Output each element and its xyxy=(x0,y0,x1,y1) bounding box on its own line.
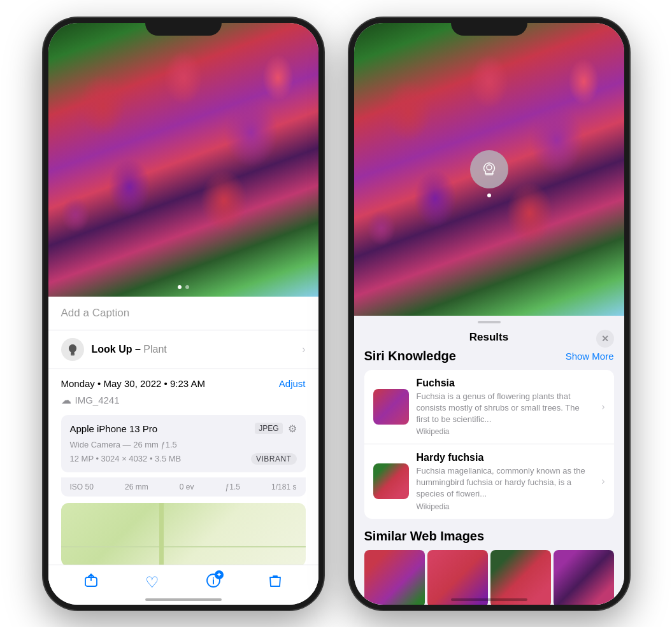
delete-button[interactable] xyxy=(268,574,282,591)
hardy-fuchsia-chevron-icon: › xyxy=(601,476,604,487)
knowledge-item-hardy-fuchsia[interactable]: Hardy fuchsia Fuchsia magellanica, commo… xyxy=(364,444,614,519)
right-phone-screen: Results ✕ Siri Knowledge Show More Fu xyxy=(354,23,624,605)
left-phone-screen: Add a Caption Look Up – Plant › Mon xyxy=(48,23,318,605)
dot-1 xyxy=(178,285,182,289)
right-phone-notch xyxy=(451,18,527,36)
right-phone: Results ✕ Siri Knowledge Show More Fu xyxy=(349,18,629,610)
visual-lookup-button[interactable] xyxy=(470,150,508,188)
date-row: Monday • May 30, 2022 • 9:23 AM Adjust xyxy=(48,369,318,391)
camera-settings-icon[interactable]: ⚙ xyxy=(288,423,297,435)
results-content: Siri Knowledge Show More Fuchsia Fuchsia… xyxy=(354,349,624,605)
results-panel: Results ✕ Siri Knowledge Show More Fu xyxy=(354,316,624,605)
siri-knowledge-header: Siri Knowledge Show More xyxy=(364,349,614,363)
caption-area[interactable]: Add a Caption xyxy=(48,297,318,330)
share-button[interactable] xyxy=(84,574,98,591)
flower-photo-right[interactable] xyxy=(354,23,624,316)
exif-row: ISO 50 26 mm 0 ev ƒ1.5 1/181 s xyxy=(61,477,306,497)
filename-row: ☁ IMG_4241 xyxy=(48,391,318,415)
device-badges: JPEG ⚙ xyxy=(255,423,296,435)
bottom-toolbar: ♡ ✦ xyxy=(48,565,318,592)
knowledge-item-fuchsia[interactable]: Fuchsia Fuchsia is a genus of flowering … xyxy=(364,370,614,445)
svg-point-2 xyxy=(213,577,214,579)
vibrant-badge: VIBRANT xyxy=(251,453,297,465)
similar-image-2[interactable] xyxy=(427,550,488,605)
siri-knowledge-title: Siri Knowledge xyxy=(364,349,456,363)
hardy-fuchsia-text: Hardy fuchsia Fuchsia magellanica, commo… xyxy=(417,452,594,511)
favorite-button[interactable]: ♡ xyxy=(145,574,159,591)
fuchsia-name: Fuchsia xyxy=(417,377,594,389)
camera-details: Wide Camera — 26 mm ƒ1.5 xyxy=(70,440,297,449)
exif-shutter: 1/181 s xyxy=(271,483,296,491)
fuchsia-description: Fuchsia is a genus of flowering plants t… xyxy=(417,391,594,426)
similar-image-4[interactable] xyxy=(554,550,614,605)
date-text: Monday • May 30, 2022 • 9:23 AM xyxy=(61,378,205,389)
similar-image-3[interactable] xyxy=(490,550,551,605)
adjust-button[interactable]: Adjust xyxy=(279,378,306,389)
similar-images-title: Similar Web Images xyxy=(364,529,614,544)
knowledge-card: Fuchsia Fuchsia is a genus of flowering … xyxy=(364,370,614,519)
lookup-chevron-icon: › xyxy=(302,344,305,355)
filename-text: IMG_4241 xyxy=(75,395,120,405)
photo-info-area: Add a Caption Look Up – Plant › Mon xyxy=(48,297,318,605)
visual-lookup-dot xyxy=(487,194,491,197)
caption-placeholder[interactable]: Add a Caption xyxy=(61,307,130,319)
close-button[interactable]: ✕ xyxy=(596,330,614,348)
hardy-fuchsia-thumbnail xyxy=(373,463,409,499)
results-title: Results xyxy=(469,331,508,344)
cloud-icon: ☁ xyxy=(61,394,71,406)
device-info-card: Apple iPhone 13 Pro JPEG ⚙ Wide Camera —… xyxy=(61,415,306,472)
left-phone: Add a Caption Look Up – Plant › Mon xyxy=(43,18,324,610)
photo-page-indicator xyxy=(178,285,189,289)
fuchsia-chevron-icon: › xyxy=(601,401,604,412)
exif-aperture: ƒ1.5 xyxy=(225,483,240,491)
hardy-fuchsia-description: Fuchsia magellanica, commonly known as t… xyxy=(417,465,594,500)
lookup-label: Look Up – Plant xyxy=(92,344,167,355)
jpeg-badge: JPEG xyxy=(255,423,282,434)
hardy-fuchsia-name: Hardy fuchsia xyxy=(417,452,594,463)
info-badge: ✦ xyxy=(215,570,224,579)
lookup-icon xyxy=(61,338,84,361)
flower-photo-left[interactable] xyxy=(48,23,318,297)
svg-point-3 xyxy=(487,165,492,170)
fuchsia-thumbnail xyxy=(373,389,409,425)
similar-images-section: Similar Web Images xyxy=(364,529,614,605)
right-home-indicator xyxy=(451,598,527,601)
mp-text: 12 MP • 3024 × 4032 • 3.5 MB xyxy=(70,454,182,463)
similar-image-1[interactable] xyxy=(364,550,425,605)
info-button[interactable]: ✦ xyxy=(206,573,221,592)
results-header: Results ✕ xyxy=(354,323,624,349)
exif-iso: ISO 50 xyxy=(70,483,94,491)
exif-ev: 0 ev xyxy=(180,483,194,491)
similar-images-grid xyxy=(364,550,614,605)
dot-2 xyxy=(185,285,189,289)
device-name: Apple iPhone 13 Pro xyxy=(70,423,158,434)
home-indicator xyxy=(145,598,222,601)
show-more-button[interactable]: Show More xyxy=(566,351,614,362)
phone-notch xyxy=(145,18,222,36)
fuchsia-text: Fuchsia Fuchsia is a genus of flowering … xyxy=(417,377,594,437)
hardy-fuchsia-source: Wikipedia xyxy=(417,502,594,511)
map-thumbnail[interactable] xyxy=(61,503,306,567)
exif-focal: 26 mm xyxy=(125,483,148,491)
fuchsia-source: Wikipedia xyxy=(417,427,594,436)
lookup-row[interactable]: Look Up – Plant › xyxy=(48,330,318,369)
